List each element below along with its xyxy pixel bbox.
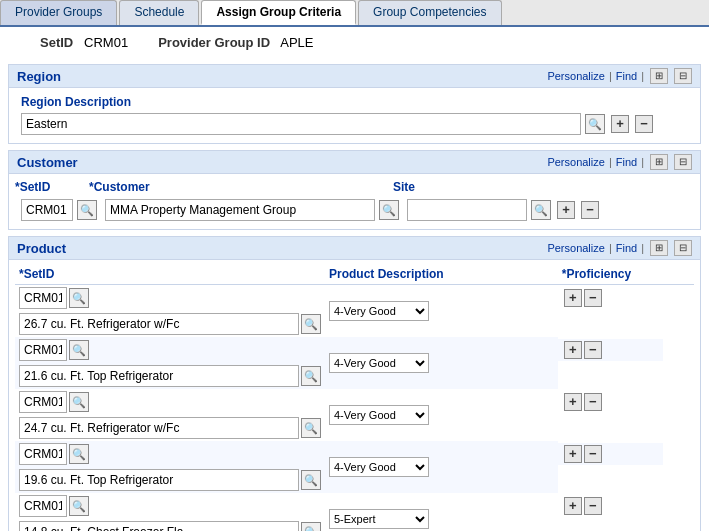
product-remove-button[interactable]: − (584, 289, 602, 307)
region-add-button[interactable]: + (611, 115, 629, 133)
product-setid-search[interactable]: 🔍 (69, 340, 89, 360)
product-grid-icon[interactable]: ⊟ (674, 240, 692, 256)
product-proficiency-select[interactable]: 1-Poor2-Fair3-Good4-Very Good5-Expert (329, 457, 429, 477)
product-expand-icon[interactable]: ⊞ (650, 240, 668, 256)
region-remove-button[interactable]: − (635, 115, 653, 133)
customer-col-site: Site (393, 180, 543, 194)
setid-value: CRM01 (84, 35, 128, 50)
product-desc-input[interactable] (19, 521, 299, 531)
product-add-button[interactable]: + (564, 289, 582, 307)
customer-actions: Personalize | Find | ⊞ ⊟ (547, 154, 692, 170)
product-remove-button[interactable]: − (584, 341, 602, 359)
product-setid-input[interactable] (19, 495, 67, 517)
product-add-button[interactable]: + (564, 445, 582, 463)
product-proficiency-select[interactable]: 1-Poor2-Fair3-Good4-Very Good5-Expert (329, 353, 429, 373)
product-th-setid: *SetID (15, 264, 325, 285)
tab-schedule[interactable]: Schedule (119, 0, 199, 25)
product-setid-search[interactable]: 🔍 (69, 444, 89, 464)
region-title: Region (17, 69, 61, 84)
region-desc-input[interactable] (21, 113, 581, 135)
customer-section-header: Customer Personalize | Find | ⊞ ⊟ (9, 151, 700, 174)
region-grid-icon[interactable]: ⊟ (674, 68, 692, 84)
product-add-button[interactable]: + (564, 497, 582, 515)
product-section-header: Product Personalize | Find | ⊞ ⊟ (9, 237, 700, 260)
customer-grid-icon[interactable]: ⊟ (674, 154, 692, 170)
region-body: Region Description 🔍 + − (9, 88, 700, 143)
product-body: *SetID Product Description *Proficiency … (9, 260, 700, 531)
product-proficiency-select[interactable]: 1-Poor2-Fair3-Good4-Very Good5-Expert (329, 301, 429, 321)
customer-setid-input[interactable] (21, 199, 73, 221)
product-desc-search[interactable]: 🔍 (301, 314, 321, 334)
product-desc-search[interactable]: 🔍 (301, 522, 321, 531)
product-remove-button[interactable]: − (584, 497, 602, 515)
product-section: Product Personalize | Find | ⊞ ⊟ *SetID … (8, 236, 701, 531)
product-remove-button[interactable]: − (584, 445, 602, 463)
region-row: 🔍 + − (15, 111, 694, 139)
product-desc-input[interactable] (19, 313, 299, 335)
region-actions: Personalize | Find | ⊞ ⊟ (547, 68, 692, 84)
customer-site-input[interactable] (407, 199, 527, 221)
customer-section: Customer Personalize | Find | ⊞ ⊟ *SetID… (8, 150, 701, 230)
customer-add-button[interactable]: + (557, 201, 575, 219)
product-desc-input[interactable] (19, 365, 299, 387)
product-row: 🔍🔍1-Poor2-Fair3-Good4-Very Good5-Expert+… (15, 389, 694, 441)
product-proficiency-select[interactable]: 1-Poor2-Fair3-Good4-Very Good5-Expert (329, 509, 429, 529)
product-add-button[interactable]: + (564, 341, 582, 359)
product-setid-search[interactable]: 🔍 (69, 288, 89, 308)
product-setid-input[interactable] (19, 339, 67, 361)
customer-site-search[interactable]: 🔍 (531, 200, 551, 220)
product-setid-input[interactable] (19, 287, 67, 309)
product-table: *SetID Product Description *Proficiency … (15, 264, 694, 531)
customer-name-search[interactable]: 🔍 (379, 200, 399, 220)
product-setid-search[interactable]: 🔍 (69, 496, 89, 516)
product-row: 🔍🔍1-Poor2-Fair3-Good4-Very Good5-Expert+… (15, 493, 694, 531)
tab-assign-group-criteria[interactable]: Assign Group Criteria (201, 0, 356, 25)
product-desc-input[interactable] (19, 469, 299, 491)
customer-personalize-link[interactable]: Personalize (547, 156, 604, 168)
product-setid-search[interactable]: 🔍 (69, 392, 89, 412)
product-desc-search[interactable]: 🔍 (301, 366, 321, 386)
product-personalize-link[interactable]: Personalize (547, 242, 604, 254)
setid-label: SetID (40, 35, 73, 50)
product-desc-search[interactable]: 🔍 (301, 418, 321, 438)
product-desc-input[interactable] (19, 417, 299, 439)
product-remove-button[interactable]: − (584, 393, 602, 411)
region-personalize-link[interactable]: Personalize (547, 70, 604, 82)
customer-remove-button[interactable]: − (581, 201, 599, 219)
product-setid-input[interactable] (19, 391, 67, 413)
customer-body: *SetID *Customer Site 🔍 🔍 🔍 + − (9, 174, 700, 229)
provider-group-id-label: Provider Group ID (158, 35, 270, 50)
region-search-button[interactable]: 🔍 (585, 114, 605, 134)
product-th-proficiency: *Proficiency (558, 264, 664, 285)
tab-bar: Provider Groups Schedule Assign Group Cr… (0, 0, 709, 27)
region-find-link[interactable]: Find (616, 70, 637, 82)
product-row: 🔍🔍1-Poor2-Fair3-Good4-Very Good5-Expert+… (15, 441, 694, 493)
product-proficiency-select[interactable]: 1-Poor2-Fair3-Good4-Very Good5-Expert (329, 405, 429, 425)
customer-name-input[interactable] (105, 199, 375, 221)
product-find-link[interactable]: Find (616, 242, 637, 254)
product-desc-search[interactable]: 🔍 (301, 470, 321, 490)
product-setid-input[interactable] (19, 443, 67, 465)
region-section-header: Region Personalize | Find | ⊞ ⊟ (9, 65, 700, 88)
product-actions: Personalize | Find | ⊞ ⊟ (547, 240, 692, 256)
tab-provider-groups[interactable]: Provider Groups (0, 0, 117, 25)
provider-group-id-value: APLE (280, 35, 313, 50)
customer-setid-search[interactable]: 🔍 (77, 200, 97, 220)
header-row: SetID CRM01 Provider Group ID APLE (0, 27, 709, 58)
customer-data-row: 🔍 🔍 🔍 + − (15, 197, 694, 225)
customer-title: Customer (17, 155, 78, 170)
product-title: Product (17, 241, 66, 256)
tab-group-competencies[interactable]: Group Competencies (358, 0, 501, 25)
product-th-desc: Product Description (325, 264, 558, 285)
customer-col-customer: *Customer (89, 180, 389, 194)
product-add-button[interactable]: + (564, 393, 582, 411)
region-desc-label: Region Description (15, 92, 694, 111)
region-expand-icon[interactable]: ⊞ (650, 68, 668, 84)
product-row: 🔍🔍1-Poor2-Fair3-Good4-Very Good5-Expert+… (15, 337, 694, 389)
customer-find-link[interactable]: Find (616, 156, 637, 168)
customer-expand-icon[interactable]: ⊞ (650, 154, 668, 170)
region-section: Region Personalize | Find | ⊞ ⊟ Region D… (8, 64, 701, 144)
product-row: 🔍🔍1-Poor2-Fair3-Good4-Very Good5-Expert+… (15, 285, 694, 338)
customer-col-setid: *SetID (15, 180, 85, 194)
